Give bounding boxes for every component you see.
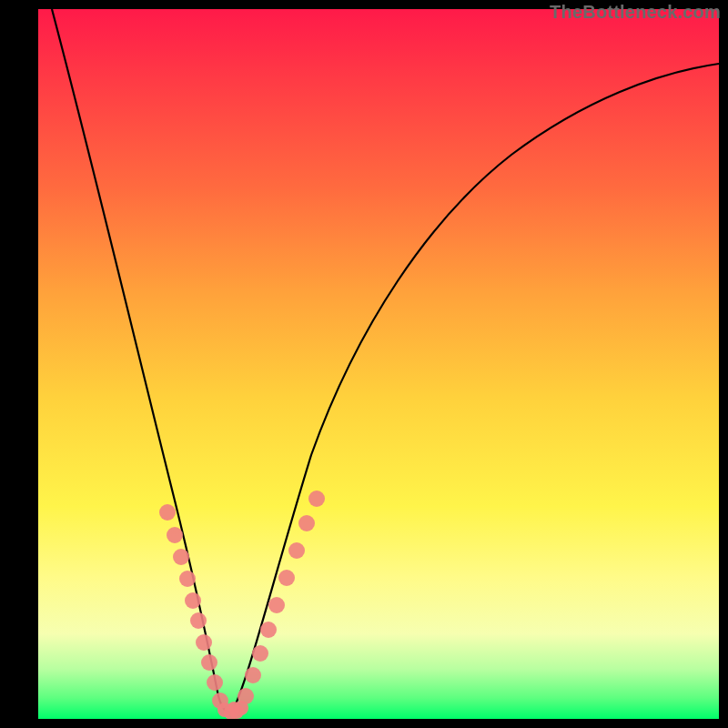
svg-point-23 <box>228 702 240 714</box>
svg-point-2 <box>173 549 189 565</box>
bottleneck-curve <box>52 9 719 712</box>
plot-area <box>38 9 719 719</box>
watermark: TheBottleneck.com <box>550 2 721 23</box>
data-points-right <box>238 490 325 704</box>
chart-container: TheBottleneck.com <box>0 0 728 728</box>
valley-points <box>217 701 248 719</box>
svg-point-4 <box>185 592 201 609</box>
svg-point-5 <box>190 612 207 629</box>
svg-point-17 <box>298 515 315 531</box>
svg-point-6 <box>196 634 212 651</box>
svg-point-14 <box>268 597 285 613</box>
svg-point-16 <box>288 542 305 559</box>
svg-point-12 <box>252 645 268 662</box>
svg-point-1 <box>167 527 183 543</box>
svg-point-8 <box>207 674 223 691</box>
svg-point-3 <box>179 571 196 587</box>
chart-svg <box>38 9 719 719</box>
svg-point-11 <box>245 667 261 683</box>
svg-point-18 <box>308 490 325 507</box>
data-points-left <box>159 504 228 709</box>
svg-point-15 <box>278 570 295 586</box>
svg-point-7 <box>201 654 217 671</box>
svg-point-13 <box>260 622 277 638</box>
svg-point-0 <box>159 504 176 521</box>
